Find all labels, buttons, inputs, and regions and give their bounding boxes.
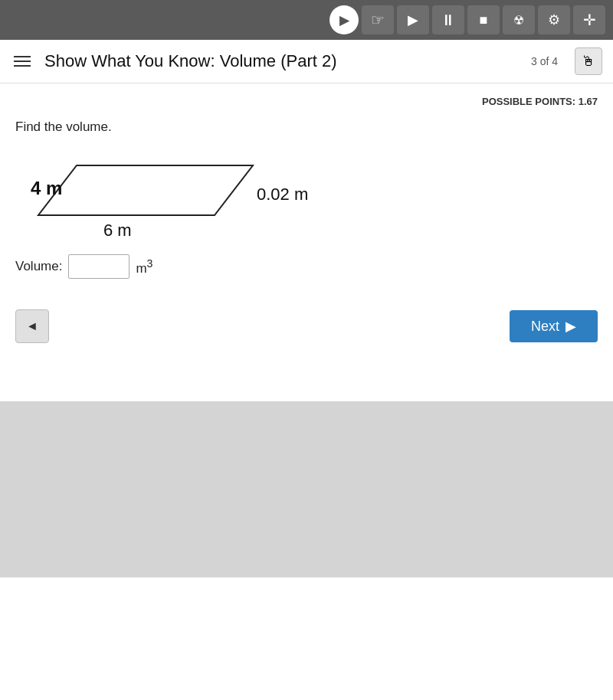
move-btn[interactable]: ✛ <box>573 5 605 34</box>
question-text: Find the volume. <box>15 119 598 135</box>
move-icon: ✛ <box>583 11 596 29</box>
page-title: Show What You Know: Volume (Part 2) <box>44 51 520 71</box>
page-count: 3 of 4 <box>531 55 558 67</box>
hand-icon: ☞ <box>371 11 385 29</box>
volume-label: Volume: <box>15 259 62 274</box>
svg-text:0.02 m: 0.02 m <box>257 185 308 204</box>
toolbar: ▶ ☞ ▶ ⏸ ■ ☢ ⚙ ✛ <box>0 0 613 40</box>
navigation-row: ◄ Next ▶ <box>15 309 598 343</box>
parallelogram-svg: 4 m 0.02 m 6 m <box>15 150 337 242</box>
svg-text:4 m: 4 m <box>31 178 62 198</box>
forward-icon: ▶ <box>339 13 349 28</box>
calculator-icon: 🖱 <box>582 54 595 70</box>
lower-section <box>0 401 613 577</box>
volume-unit: m3 <box>136 257 152 276</box>
forward-toolbar-btn[interactable]: ▶ <box>329 5 359 34</box>
settings-icon: ⚙ <box>548 11 560 28</box>
pause-btn[interactable]: ⏸ <box>432 5 464 34</box>
shape-diagram: 4 m 0.02 m 6 m <box>15 150 337 242</box>
calculator-button[interactable]: 🖱 <box>575 47 602 75</box>
possible-points: POSSIBLE POINTS: 1.67 <box>15 96 598 107</box>
menu-button[interactable] <box>11 53 34 70</box>
next-button[interactable]: Next ▶ <box>510 310 598 342</box>
volume-input[interactable] <box>68 254 129 279</box>
next-label: Next <box>531 319 559 335</box>
content-area: POSSIBLE POINTS: 1.67 Find the volume. 4… <box>0 83 613 355</box>
eye-icon: ☢ <box>513 13 524 28</box>
back-arrow-icon: ◄ <box>26 319 38 333</box>
back-button[interactable]: ◄ <box>15 309 49 343</box>
volume-row: Volume: m3 <box>15 254 598 279</box>
stop-icon: ■ <box>480 12 488 28</box>
settings-btn[interactable]: ⚙ <box>538 5 570 34</box>
stop-btn[interactable]: ■ <box>467 5 500 34</box>
play-icon: ▶ <box>408 11 418 28</box>
hand-btn[interactable]: ☞ <box>362 5 394 34</box>
play-btn[interactable]: ▶ <box>397 5 429 34</box>
header: Show What You Know: Volume (Part 2) 3 of… <box>0 40 613 83</box>
svg-text:6 m: 6 m <box>103 221 132 240</box>
svg-marker-0 <box>38 165 253 215</box>
eye-btn[interactable]: ☢ <box>503 5 535 34</box>
pause-icon: ⏸ <box>441 11 456 29</box>
next-arrow-icon: ▶ <box>565 318 576 335</box>
